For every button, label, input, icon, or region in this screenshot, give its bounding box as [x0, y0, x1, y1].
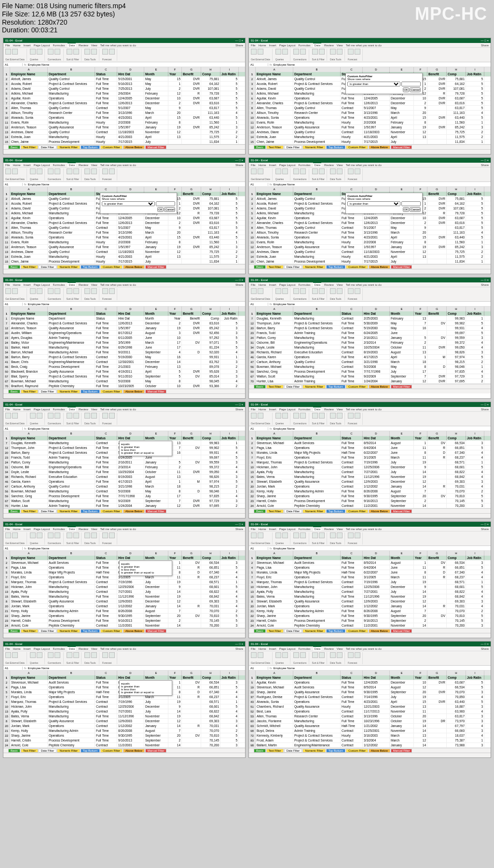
col-header[interactable]: Employee Name [10, 72, 48, 76]
autofilter-dialog[interactable]: Custom AutoFilterShow rows where:is grea… [345, 193, 423, 214]
sheet-tab[interactable]: Manual Filter [145, 390, 167, 393]
table-row[interactable]: 24Arnold, ColePeptide ChemistryContract1… [3, 743, 245, 748]
col-header[interactable]: Job Ratin [466, 556, 484, 560]
column-headers[interactable]: ABCDEFGHI [3, 431, 245, 436]
col-header[interactable]: Comp [201, 192, 220, 196]
menu-item[interactable]: Data [313, 282, 321, 287]
col-header[interactable]: Month [390, 556, 414, 560]
table-row[interactable]: 10Alvarado, SoniaOperationsFull Time4/23… [3, 235, 245, 240]
table-row[interactable]: 9Marquez, ThomasProject & Contract Servi… [3, 580, 245, 585]
column-headers[interactable]: ABCDEFGHI [3, 551, 245, 556]
sheet-tab[interactable]: Custom Filter [346, 265, 368, 269]
menu-item[interactable]: Formulas [298, 647, 310, 650]
share-button[interactable]: Share [235, 44, 243, 47]
ribbon[interactable]: Get External DataQueriesConnectionsSort … [3, 532, 245, 546]
table-row[interactable]: 15Chen, JaimeProcess DevelopmentHourly7/… [249, 140, 491, 144]
table-row[interactable]: 15Bates, VernaManufacturingFull Time11/1… [3, 714, 245, 719]
menu-item[interactable]: Formulas [298, 283, 310, 286]
menu-item[interactable]: Page Layout [279, 44, 296, 47]
sheet-tab[interactable]: Basic [254, 749, 266, 753]
sheet-tab[interactable]: Custom Filter [100, 145, 123, 149]
table-row[interactable]: 46Garcia, KarenOperationsFull Time4/17/2… [249, 355, 491, 360]
sheet-tab[interactable]: Basic [254, 509, 266, 513]
menu-item[interactable]: Review [79, 164, 88, 167]
column-headers[interactable]: ABCDEFGHI [249, 551, 491, 556]
menu-item[interactable]: Tell me what you want to do [346, 164, 382, 167]
col-header[interactable]: Benefit [182, 192, 201, 196]
table-row[interactable]: 20Barton, BarryProject & Contract Servic… [249, 326, 491, 331]
table-row[interactable]: 10Alvarado, SoniaOperationsFull Time4/23… [249, 115, 491, 120]
table-row[interactable]: 4Paga, LisaOperationsFull Time6/4/2004Ju… [249, 565, 491, 570]
table-row[interactable]: 5Adkins, MichaelManufacturingFull Time2/… [3, 91, 245, 96]
sheet-tab[interactable]: Above Below [369, 509, 390, 513]
ok-button[interactable]: OK [157, 207, 164, 212]
col-header[interactable]: Department [293, 556, 341, 560]
sheet-tab[interactable]: Top Bottom [326, 145, 345, 149]
table-row[interactable]: 13Andrews, DianeQuality ControlContract1… [3, 130, 245, 135]
col-header[interactable]: Benefit [182, 311, 201, 316]
table-row[interactable]: 22Sharp, JanineOperationsFull Time9/30/1… [3, 614, 245, 618]
table-row[interactable]: 34Barron, MichaelManufacturing AdminFull… [3, 350, 245, 355]
sheet-tab[interactable]: Manual Filter [391, 265, 412, 269]
sheet-tabs[interactable]: BasicText FilterDate FilterNumeric Filte… [3, 628, 245, 633]
sheet-tab[interactable]: Date Filter [39, 390, 57, 393]
table-row[interactable]: 56Bowman, MichaelManufacturingContract5/… [249, 364, 491, 369]
sheet-tab[interactable]: Numeric Filter [302, 509, 325, 513]
col-header[interactable]: Comp [447, 192, 466, 196]
formula-bar[interactable]: A1fxEmployee Name [249, 62, 491, 67]
autofilter-dialog[interactable]: Custom AutoFilterShow rows where:is grea… [345, 73, 423, 94]
table-row[interactable]: 72Kennedy, KimberlyProject & Contract Se… [249, 733, 491, 738]
table-row[interactable]: 70Hunter, LisaAdmin TrainingFull Time1/2… [3, 504, 245, 508]
sheet-tab[interactable]: Date Filter [284, 265, 302, 269]
table-row[interactable]: 14Estreda, JoanManufacturingHourly4/21/2… [3, 254, 245, 259]
sheet-tab[interactable]: Date Filter [39, 629, 57, 633]
table-row[interactable]: 10Alvarado, SoniaOperationsFull Time4/23… [3, 115, 245, 120]
table-row[interactable]: 23Harrell, CristinProcess DevelopmentFul… [249, 499, 491, 504]
col-header[interactable]: Status [341, 436, 363, 440]
table-row[interactable]: 12Thompson, JohnProject & Contract Servi… [249, 321, 491, 326]
sheet-tab[interactable]: Basic [8, 265, 20, 269]
sheet-tab[interactable]: Numeric Filter [57, 509, 80, 513]
table-row[interactable]: 24Arnold, ColePeptide ChemistryContract1… [249, 504, 491, 508]
table-row[interactable]: 38Richards, RichardExecutive EducationCo… [3, 475, 245, 479]
menu-item[interactable]: Review [79, 647, 88, 650]
ok-button[interactable]: OK [403, 207, 409, 212]
menu-item[interactable]: Insert [269, 647, 276, 650]
sheet-tab[interactable]: Custom Filter [100, 265, 123, 269]
table-row[interactable]: 20Jordan, MarkOperationsContract1/12/200… [249, 604, 491, 609]
menu-item[interactable]: Data [68, 282, 76, 287]
ribbon[interactable]: Get External DataQueriesConnectionsSort … [3, 412, 245, 426]
col-header[interactable]: Month [144, 436, 168, 440]
menu-item[interactable]: File [5, 44, 10, 47]
table-row[interactable]: 34Doyle, LeslieManufacturingFull Time10/… [249, 345, 491, 350]
table-row[interactable]: 7Alexander, CharlesProject & Contract Se… [249, 101, 491, 106]
table-row[interactable]: 7Alexander, CharlesProject & Contract Se… [3, 321, 245, 326]
table-row[interactable]: 24Arnold, ColePeptide ChemistryContract1… [3, 623, 245, 628]
column-headers[interactable]: ABCDEFGHI [3, 67, 245, 72]
menubar[interactable]: FileHomeInsertPage LayoutFormulasDataRev… [3, 527, 245, 532]
table-row[interactable]: 24Patton, CoreyManufacturingFull Time2/1… [3, 460, 245, 465]
table-row[interactable]: 10Alvarado, SoniaOperationsFull Time4/23… [249, 235, 491, 240]
sheet-tab[interactable]: Custom Filter [346, 145, 368, 149]
menu-item[interactable]: Insert [269, 283, 276, 286]
sheet-tab[interactable]: Custom Filter [100, 629, 123, 633]
menu-item[interactable]: View [91, 164, 97, 167]
col-header[interactable]: Job Ratin [220, 72, 239, 76]
value-input[interactable] [156, 201, 175, 206]
menu-item[interactable]: Insert [24, 647, 31, 650]
formula-bar[interactable]: A1fxEmployee Name [249, 302, 491, 307]
table-row[interactable]: 10Hickman, JohnManufacturingContract12/2… [3, 585, 245, 589]
menu-item[interactable]: File [5, 164, 10, 167]
menu-item[interactable]: Page Layout [34, 44, 50, 47]
table-row[interactable]: 31Osborne, BillEngineering/OperationsFul… [249, 340, 491, 345]
table-row[interactable]: 12Anderson, TeasonQuality AssuranceFull … [249, 125, 491, 130]
sheet-tabs[interactable]: BasicText FilterDate FilterNumeric Filte… [249, 628, 491, 633]
sheet-tab[interactable]: Numeric Filter [302, 629, 325, 633]
sheet-tab[interactable]: Date Filter [39, 265, 57, 269]
menu-item[interactable]: Tell me what you want to do [100, 528, 136, 531]
table-row[interactable]: 15Bates, VernaManufacturingFull Time11/1… [249, 594, 491, 599]
col-header[interactable]: Department [48, 436, 95, 440]
sheet-tab[interactable]: Date Filter [284, 385, 302, 389]
table-row[interactable]: 9Marquez, ThomasProject & Contract Servi… [249, 580, 491, 585]
sheet-tab[interactable]: Top Bottom [326, 749, 345, 753]
